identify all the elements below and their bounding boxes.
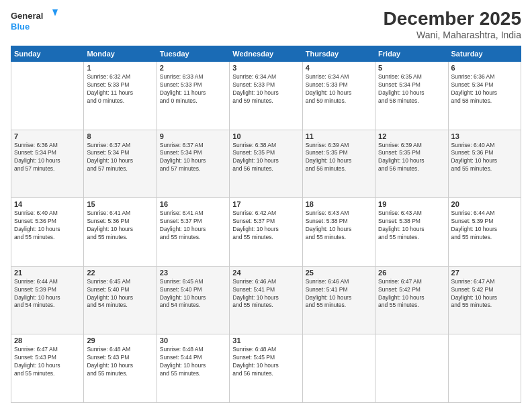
day-cell: 1Sunrise: 6:32 AMSunset: 5:33 PMDaylight… — [84, 62, 157, 130]
day-info: Sunrise: 6:37 AMSunset: 5:34 PMDaylight:… — [87, 142, 153, 174]
day-cell: 12Sunrise: 6:39 AMSunset: 5:35 PMDayligh… — [375, 130, 448, 198]
day-number: 9 — [160, 132, 226, 140]
day-info: Sunrise: 6:39 AMSunset: 5:35 PMDaylight:… — [306, 142, 372, 174]
svg-marker-2 — [52, 9, 58, 16]
day-cell: 11Sunrise: 6:39 AMSunset: 5:35 PMDayligh… — [302, 130, 375, 198]
day-number: 7 — [14, 132, 81, 140]
day-info: Sunrise: 6:39 AMSunset: 5:35 PMDaylight:… — [378, 142, 445, 174]
day-info: Sunrise: 6:46 AMSunset: 5:41 PMDaylight:… — [306, 278, 372, 310]
day-cell: 15Sunrise: 6:41 AMSunset: 5:36 PMDayligh… — [84, 198, 157, 267]
day-info: Sunrise: 6:36 AMSunset: 5:34 PMDaylight:… — [451, 73, 518, 105]
day-number: 22 — [87, 269, 153, 277]
day-cell: 18Sunrise: 6:43 AMSunset: 5:38 PMDayligh… — [302, 198, 375, 267]
day-info: Sunrise: 6:45 AMSunset: 5:40 PMDaylight:… — [87, 278, 153, 310]
day-info: Sunrise: 6:46 AMSunset: 5:41 PMDaylight:… — [232, 278, 299, 310]
day-info: Sunrise: 6:48 AMSunset: 5:45 PMDaylight:… — [232, 346, 299, 378]
day-info: Sunrise: 6:47 AMSunset: 5:42 PMDaylight:… — [451, 278, 518, 310]
day-info: Sunrise: 6:41 AMSunset: 5:36 PMDaylight:… — [87, 210, 153, 242]
day-header-sunday: Sunday — [11, 46, 84, 62]
day-info: Sunrise: 6:40 AMSunset: 5:36 PMDaylight:… — [451, 142, 518, 174]
day-header-thursday: Thursday — [302, 46, 375, 62]
day-info: Sunrise: 6:43 AMSunset: 5:38 PMDaylight:… — [378, 210, 445, 242]
day-cell: 20Sunrise: 6:44 AMSunset: 5:39 PMDayligh… — [448, 198, 521, 267]
header: General Blue December 2025 Wani, Maharas… — [11, 8, 521, 40]
day-cell: 31Sunrise: 6:48 AMSunset: 5:45 PMDayligh… — [230, 334, 302, 403]
day-cell: 24Sunrise: 6:46 AMSunset: 5:41 PMDayligh… — [230, 266, 302, 334]
day-cell: 9Sunrise: 6:37 AMSunset: 5:34 PMDaylight… — [157, 130, 229, 198]
day-info: Sunrise: 6:41 AMSunset: 5:37 PMDaylight:… — [160, 210, 226, 242]
day-number: 20 — [451, 200, 518, 208]
subtitle: Wani, Maharashtra, India — [384, 30, 521, 40]
day-number: 6 — [451, 64, 518, 72]
day-cell: 10Sunrise: 6:38 AMSunset: 5:35 PMDayligh… — [230, 130, 302, 198]
day-info: Sunrise: 6:45 AMSunset: 5:40 PMDaylight:… — [160, 278, 226, 310]
logo: General Blue — [11, 8, 58, 35]
day-cell: 25Sunrise: 6:46 AMSunset: 5:41 PMDayligh… — [302, 266, 375, 334]
day-number: 24 — [232, 269, 299, 277]
day-number: 10 — [232, 132, 299, 140]
day-cell — [302, 334, 375, 403]
day-number: 4 — [306, 64, 372, 72]
day-cell: 4Sunrise: 6:34 AMSunset: 5:33 PMDaylight… — [302, 62, 375, 130]
day-number: 19 — [378, 200, 445, 208]
day-cell: 30Sunrise: 6:48 AMSunset: 5:44 PMDayligh… — [157, 334, 229, 403]
day-cell: 5Sunrise: 6:35 AMSunset: 5:34 PMDaylight… — [375, 62, 448, 130]
day-number: 11 — [306, 132, 372, 140]
day-info: Sunrise: 6:44 AMSunset: 5:39 PMDaylight:… — [14, 278, 81, 310]
day-number: 8 — [87, 132, 153, 140]
day-cell — [448, 334, 521, 403]
day-number: 29 — [87, 336, 153, 345]
logo-svg: General Blue — [11, 8, 58, 35]
day-cell: 22Sunrise: 6:45 AMSunset: 5:40 PMDayligh… — [84, 266, 157, 334]
day-number: 31 — [232, 336, 299, 345]
calendar-table: SundayMondayTuesdayWednesdayThursdayFrid… — [11, 46, 521, 403]
day-number: 1 — [87, 64, 153, 72]
day-header-wednesday: Wednesday — [230, 46, 302, 62]
day-header-monday: Monday — [84, 46, 157, 62]
day-number: 15 — [87, 200, 153, 208]
day-number: 27 — [451, 269, 518, 277]
day-number: 30 — [160, 336, 226, 345]
day-cell: 6Sunrise: 6:36 AMSunset: 5:34 PMDaylight… — [448, 62, 521, 130]
day-cell: 17Sunrise: 6:42 AMSunset: 5:37 PMDayligh… — [230, 198, 302, 267]
day-number: 5 — [378, 64, 445, 72]
day-info: Sunrise: 6:40 AMSunset: 5:36 PMDaylight:… — [14, 210, 81, 242]
day-cell: 8Sunrise: 6:37 AMSunset: 5:34 PMDaylight… — [84, 130, 157, 198]
day-number: 28 — [14, 336, 81, 345]
day-cell: 2Sunrise: 6:33 AMSunset: 5:33 PMDaylight… — [157, 62, 229, 130]
day-info: Sunrise: 6:42 AMSunset: 5:37 PMDaylight:… — [232, 210, 299, 242]
day-number: 16 — [160, 200, 226, 208]
day-number: 3 — [232, 64, 299, 72]
day-number: 23 — [160, 269, 226, 277]
day-header-saturday: Saturday — [448, 46, 521, 62]
day-info: Sunrise: 6:47 AMSunset: 5:42 PMDaylight:… — [378, 278, 445, 310]
month-title: December 2025 — [384, 8, 521, 30]
week-row-0: 1Sunrise: 6:32 AMSunset: 5:33 PMDaylight… — [11, 62, 521, 130]
day-header-friday: Friday — [375, 46, 448, 62]
day-info: Sunrise: 6:37 AMSunset: 5:34 PMDaylight:… — [160, 142, 226, 174]
day-info: Sunrise: 6:47 AMSunset: 5:43 PMDaylight:… — [14, 346, 81, 378]
day-number: 12 — [378, 132, 445, 140]
day-info: Sunrise: 6:38 AMSunset: 5:35 PMDaylight:… — [232, 142, 299, 174]
day-info: Sunrise: 6:44 AMSunset: 5:39 PMDaylight:… — [451, 210, 518, 242]
day-cell: 28Sunrise: 6:47 AMSunset: 5:43 PMDayligh… — [11, 334, 84, 403]
svg-text:Blue: Blue — [11, 21, 30, 32]
day-cell: 16Sunrise: 6:41 AMSunset: 5:37 PMDayligh… — [157, 198, 229, 267]
day-info: Sunrise: 6:48 AMSunset: 5:43 PMDaylight:… — [87, 346, 153, 378]
page: General Blue December 2025 Wani, Maharas… — [0, 0, 532, 411]
day-info: Sunrise: 6:34 AMSunset: 5:33 PMDaylight:… — [306, 73, 372, 105]
week-row-3: 21Sunrise: 6:44 AMSunset: 5:39 PMDayligh… — [11, 266, 521, 334]
day-cell: 21Sunrise: 6:44 AMSunset: 5:39 PMDayligh… — [11, 266, 84, 334]
svg-text:General: General — [11, 11, 43, 21]
day-cell: 3Sunrise: 6:34 AMSunset: 5:33 PMDaylight… — [230, 62, 302, 130]
day-info: Sunrise: 6:35 AMSunset: 5:34 PMDaylight:… — [378, 73, 445, 105]
day-cell — [11, 62, 84, 130]
day-number: 26 — [378, 269, 445, 277]
day-cell: 27Sunrise: 6:47 AMSunset: 5:42 PMDayligh… — [448, 266, 521, 334]
day-number: 2 — [160, 64, 226, 72]
day-cell: 14Sunrise: 6:40 AMSunset: 5:36 PMDayligh… — [11, 198, 84, 267]
day-number: 25 — [306, 269, 372, 277]
day-cell — [375, 334, 448, 403]
day-info: Sunrise: 6:32 AMSunset: 5:33 PMDaylight:… — [87, 73, 153, 105]
day-cell: 7Sunrise: 6:36 AMSunset: 5:34 PMDaylight… — [11, 130, 84, 198]
